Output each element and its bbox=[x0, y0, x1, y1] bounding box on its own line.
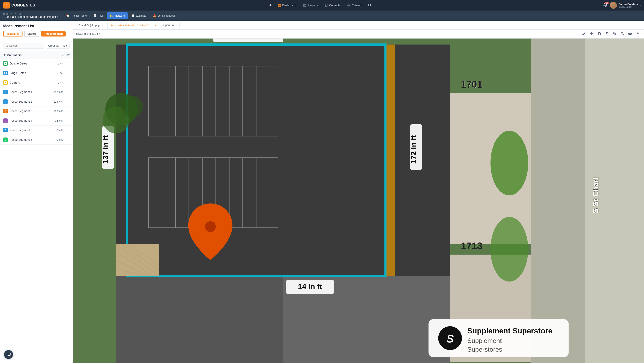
tab-measure[interactable]: 📐 Measure bbox=[107, 12, 128, 19]
sidebar-actions: Templates Export + Measurement bbox=[3, 30, 70, 37]
current-project-label: Current Project bbox=[3, 13, 58, 15]
file-tab-grand-st[interactable]: Grand St@2x.png ✕ bbox=[76, 22, 107, 28]
item-qty-fence-4: 14 bbox=[55, 119, 58, 122]
hand-tool-button[interactable] bbox=[604, 31, 610, 37]
drag-handle[interactable]: ⋮⋮ bbox=[73, 198, 76, 204]
logo-area[interactable]: CONGENIUS bbox=[3, 2, 35, 8]
catalog-icon bbox=[347, 4, 350, 7]
svg-line-23 bbox=[623, 34, 624, 35]
list-item[interactable]: Double Gates 0 ea ⋮ bbox=[0, 59, 73, 68]
item-more-double-gates[interactable]: ⋮ bbox=[64, 61, 70, 66]
notifications-button[interactable]: 28 bbox=[603, 3, 608, 8]
item-more-fence-2[interactable]: ⋮ bbox=[64, 99, 70, 104]
add-button[interactable]: + bbox=[267, 2, 274, 9]
item-more-corners[interactable]: ⋮ bbox=[64, 80, 70, 85]
section-qty-label: Qty bbox=[66, 54, 70, 56]
search-box[interactable] bbox=[3, 43, 44, 49]
svg-rect-3 bbox=[280, 4, 281, 5]
search-group-row: Group By: File ▾ bbox=[0, 40, 73, 51]
search-nav-icon bbox=[368, 4, 372, 7]
list-item[interactable]: Single Gates 0 ea ⋮ bbox=[0, 68, 73, 78]
collapse-button[interactable]: ▼ bbox=[3, 53, 6, 56]
nav-right: 28 Batten Builders Kinsey Batten ▾ bbox=[603, 2, 641, 9]
notification-badge: 28 bbox=[605, 2, 609, 4]
contacts-label: Contacts bbox=[329, 4, 340, 7]
item-more-fence-5[interactable]: ⋮ bbox=[64, 128, 70, 133]
estimate-icon: 📋 bbox=[132, 14, 135, 17]
project-name-row[interactable]: 1345 East Battlefield Road, Fence Projec… bbox=[3, 15, 58, 18]
open-file-button[interactable]: Open File + bbox=[160, 22, 180, 28]
export-button[interactable]: Export bbox=[24, 30, 39, 37]
item-unit-double-gates: ea bbox=[60, 62, 63, 65]
item-icon-fence-1 bbox=[3, 90, 8, 94]
list-item[interactable]: Fence Segment 6 0 ln ft ⋮ bbox=[0, 135, 73, 144]
add-measurement-button[interactable]: + Measurement bbox=[41, 31, 66, 36]
tab-send-proposal[interactable]: 📤 Send Proposal bbox=[150, 12, 178, 19]
item-icon-single-gates bbox=[3, 71, 8, 75]
item-icon-fence-3 bbox=[3, 109, 8, 113]
nav-catalog[interactable]: Catalog bbox=[344, 2, 364, 8]
svg-rect-30 bbox=[531, 38, 585, 363]
zoom-out-button[interactable] bbox=[612, 31, 618, 37]
send-icon: 📤 bbox=[153, 14, 156, 17]
dashboard-label: Dashboard bbox=[282, 4, 296, 7]
item-qty-corners: 0 bbox=[58, 81, 59, 84]
tab-project-home[interactable]: 🏠 Project Home bbox=[63, 12, 90, 19]
item-unit-fence-5: ln ft bbox=[59, 129, 63, 132]
avatar bbox=[610, 2, 617, 9]
list-item[interactable]: Fence Segment 1 137 ln ft ⋮ bbox=[0, 88, 73, 97]
group-by-button[interactable]: Group By: File ▾ bbox=[46, 43, 70, 49]
item-more-fence-6[interactable]: ⋮ bbox=[64, 137, 70, 142]
tab-estimate-label: Estimate bbox=[136, 14, 146, 17]
item-unit-fence-4: ln ft bbox=[59, 119, 63, 122]
nav-contacts[interactable]: Contacts bbox=[322, 2, 343, 8]
list-item[interactable]: Fence Segment 2 125 ln ft ⋮ bbox=[0, 97, 73, 106]
item-icon-fence-4 bbox=[3, 118, 8, 123]
svg-text:1701: 1701 bbox=[461, 79, 482, 90]
copy-tool-button[interactable] bbox=[596, 31, 602, 37]
list-item[interactable]: Fence Segment 5 0 ln ft ⋮ bbox=[0, 126, 73, 135]
item-more-single-gates[interactable]: ⋮ bbox=[64, 70, 70, 76]
nav-projects[interactable]: Projects bbox=[300, 2, 321, 8]
map-area[interactable]: 125 ln ft 137 ln ft 172 ln ft 14 ln ft 1… bbox=[73, 38, 644, 363]
print-button[interactable] bbox=[627, 31, 633, 37]
main-layout: Measurement List Templates Export + Meas… bbox=[0, 21, 644, 363]
zoom-in-button[interactable] bbox=[619, 31, 625, 37]
chat-button[interactable] bbox=[4, 350, 13, 359]
nav-dashboard[interactable]: Dashboard bbox=[274, 2, 299, 8]
current-project-area: Current Project 1345 East Battlefield Ro… bbox=[3, 13, 58, 18]
svg-point-89 bbox=[122, 96, 143, 117]
close-tab-screenshot-icon[interactable]: ✕ bbox=[154, 24, 157, 27]
dashboard-icon bbox=[278, 4, 281, 7]
tab-estimate[interactable]: 📋 Estimate bbox=[128, 12, 149, 19]
map-toolbar: Scale: 0.019 in = 1 ft bbox=[73, 30, 644, 38]
close-tab-grand-st-icon[interactable]: ✕ bbox=[101, 24, 104, 27]
item-unit-single-gates: ea bbox=[60, 72, 63, 74]
file-tabs: Grand St@2x.png ✕ Screenshot 2024-09-10 … bbox=[73, 21, 644, 30]
tab-files[interactable]: 📄 Files bbox=[90, 12, 106, 19]
item-unit-fence-2: ln ft bbox=[59, 100, 63, 103]
search-input[interactable] bbox=[9, 44, 42, 47]
item-more-fence-4[interactable]: ⋮ bbox=[64, 118, 70, 123]
projects-icon bbox=[303, 4, 306, 7]
logo-text: CONGENIUS bbox=[11, 3, 35, 8]
tab-files-label: Files bbox=[98, 14, 104, 17]
list-item[interactable]: Corners 0 ea ⋮ bbox=[0, 78, 73, 88]
svg-text:172 ln ft: 172 ln ft bbox=[409, 135, 418, 164]
download-button[interactable] bbox=[635, 31, 641, 37]
item-more-fence-1[interactable]: ⋮ bbox=[64, 90, 70, 95]
list-item[interactable]: Fence Segment 3 172 ln ft ⋮ bbox=[0, 106, 73, 116]
list-item[interactable]: Fence Segment 4 14 ln ft ⋮ bbox=[0, 116, 73, 126]
item-more-fence-3[interactable]: ⋮ bbox=[64, 108, 70, 114]
file-tab-screenshot[interactable]: Screenshot 2024-09-10 at 3.40.01... ✕ bbox=[108, 22, 160, 28]
pencil-tool-button[interactable] bbox=[581, 31, 587, 37]
project-bar: Current Project 1345 East Battlefield Ro… bbox=[0, 10, 644, 21]
nav-search[interactable] bbox=[365, 2, 374, 8]
item-name-double-gates: Double Gates bbox=[10, 62, 58, 65]
user-role: Kinsey Batten bbox=[618, 6, 638, 8]
svg-rect-55 bbox=[116, 276, 283, 363]
grid-tool-button[interactable] bbox=[588, 31, 594, 37]
user-area[interactable]: Batten Builders Kinsey Batten ▾ bbox=[610, 2, 641, 9]
templates-button[interactable]: Templates bbox=[3, 30, 22, 37]
home-icon: 🏠 bbox=[66, 14, 70, 17]
